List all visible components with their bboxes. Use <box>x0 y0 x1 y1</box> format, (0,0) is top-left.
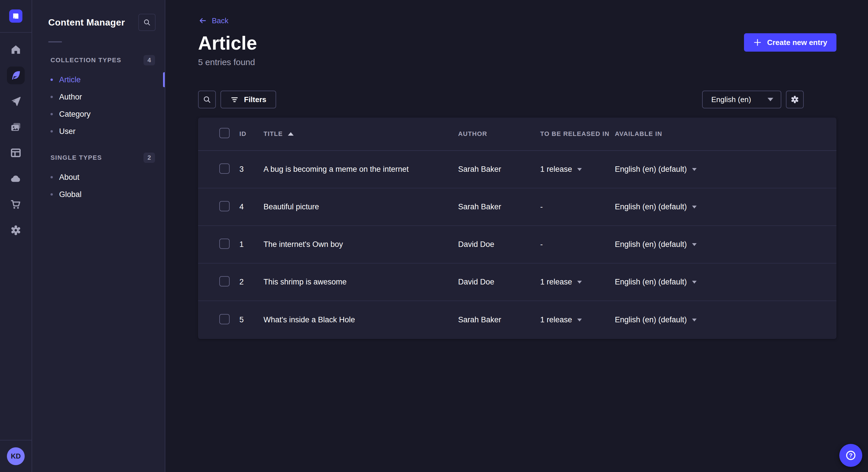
table-row[interactable]: 4 Beautiful picture Sarah Baker - Englis… <box>198 189 836 226</box>
rail-footer: KD <box>0 440 32 472</box>
filters-label: Filters <box>244 95 267 104</box>
select-all-checkbox[interactable] <box>219 128 229 138</box>
entries-count: 5 entries found <box>198 57 255 67</box>
gear-icon[interactable] <box>7 222 25 239</box>
row-checkbox[interactable] <box>219 239 229 249</box>
layout-icon[interactable] <box>7 144 25 162</box>
table-row[interactable]: 1 The internet's Own boy David Doe - Eng… <box>198 226 836 264</box>
bullet-icon <box>51 193 53 196</box>
chevron-down-icon <box>768 98 773 101</box>
sidebar-item-label: Category <box>59 110 91 119</box>
row-checkbox[interactable] <box>219 164 229 174</box>
sidebar-item-label: Global <box>59 190 82 199</box>
row-checkbox[interactable] <box>219 314 229 324</box>
sidebar-item-label: Author <box>59 93 82 102</box>
sidebar-item-global[interactable]: Global <box>32 186 165 203</box>
cell-release[interactable]: 1 release <box>540 278 615 286</box>
sidebar-item-article[interactable]: Article <box>32 71 165 88</box>
cart-icon[interactable] <box>7 196 25 213</box>
gear-icon <box>790 95 799 104</box>
cell-available[interactable]: English (en) (default) <box>615 240 827 249</box>
cell-title: Beautiful picture <box>264 202 458 211</box>
cell-title: What's inside a Black Hole <box>264 315 458 324</box>
sort-asc-icon <box>288 132 293 136</box>
cell-release[interactable]: 1 release <box>540 315 615 324</box>
row-checkbox[interactable] <box>219 201 229 211</box>
cell-available[interactable]: English (en) (default) <box>615 202 827 211</box>
column-header-title[interactable]: TITLE <box>264 130 458 138</box>
search-button[interactable] <box>198 91 216 108</box>
sidebar-item-author[interactable]: Author <box>32 88 165 105</box>
column-header-available[interactable]: AVAILABLE IN <box>615 130 827 138</box>
table-row[interactable]: 3 A bug is becoming a meme on the intern… <box>198 151 836 189</box>
media-images-icon[interactable] <box>7 118 25 136</box>
cell-title: This shrimp is awesome <box>264 278 458 286</box>
feather-icon[interactable] <box>7 67 25 84</box>
table-row[interactable]: 2 This shrimp is awesome David Doe 1 rel… <box>198 264 836 301</box>
sidebar-item-label: User <box>59 127 75 136</box>
user-avatar[interactable]: KD <box>7 447 25 465</box>
cell-author: Sarah Baker <box>458 202 540 211</box>
cell-available[interactable]: English (en) (default) <box>615 165 827 174</box>
bullet-icon <box>51 130 53 133</box>
cell-author: Sarah Baker <box>458 315 540 324</box>
chevron-down-icon <box>692 318 696 322</box>
sidebar-item-about[interactable]: About <box>32 169 165 186</box>
column-header-author[interactable]: AUTHOR <box>458 130 540 138</box>
cell-release: - <box>540 240 615 249</box>
filter-icon <box>230 95 239 104</box>
row-checkbox[interactable] <box>219 276 229 286</box>
bullet-icon <box>51 96 53 98</box>
sidebar-item-label: About <box>59 173 80 182</box>
sidebar-title: Content Manager <box>48 17 125 28</box>
chevron-down-icon <box>692 206 696 208</box>
back-link[interactable]: Back <box>198 16 228 25</box>
question-icon: ? <box>844 449 857 462</box>
chevron-down-icon <box>692 243 696 246</box>
content-manager-sidebar: Content Manager COLLECTION TYPES 4 Artic… <box>32 0 165 472</box>
column-header-release[interactable]: TO BE RELEASED IN <box>540 130 615 138</box>
rail-nav-items <box>7 33 25 239</box>
cell-author: Sarah Baker <box>458 165 540 174</box>
locale-select[interactable]: English (en) <box>702 91 781 108</box>
cell-available[interactable]: English (en) (default) <box>615 278 827 286</box>
cloud-icon[interactable] <box>7 170 25 188</box>
column-header-id[interactable]: ID <box>239 130 264 138</box>
cell-author: David Doe <box>458 240 540 249</box>
cell-id: 5 <box>239 315 264 324</box>
strapi-logo[interactable] <box>9 9 22 23</box>
cell-id: 2 <box>239 278 264 286</box>
filters-button[interactable]: Filters <box>220 91 276 108</box>
sidebar-item-category[interactable]: Category <box>32 105 165 123</box>
cell-release: - <box>540 202 615 211</box>
chevron-down-icon <box>692 168 696 171</box>
create-new-entry-label: Create new entry <box>767 38 827 47</box>
back-label: Back <box>212 16 228 25</box>
help-button[interactable]: ? <box>839 444 862 467</box>
view-settings-button[interactable] <box>786 91 804 108</box>
single-types-count-badge: 2 <box>144 153 155 163</box>
cell-available[interactable]: English (en) (default) <box>615 315 827 324</box>
table-row[interactable]: 5 What's inside a Black Hole Sarah Baker… <box>198 301 836 339</box>
chevron-down-icon <box>577 318 582 322</box>
logo-container <box>0 0 32 33</box>
search-icon <box>203 95 211 104</box>
divider-dash <box>48 41 62 42</box>
table-body: 3 A bug is becoming a meme on the intern… <box>198 151 836 339</box>
chevron-down-icon <box>692 281 696 283</box>
sidebar-item-user[interactable]: User <box>32 123 165 140</box>
cell-author: David Doe <box>458 278 540 286</box>
bullet-icon <box>51 113 53 115</box>
page-title: Article <box>198 32 257 54</box>
paper-plane-icon[interactable] <box>7 92 25 110</box>
cell-title: A bug is becoming a meme on the internet <box>264 165 458 174</box>
single-types-label: SINGLE TYPES <box>51 154 102 162</box>
sidebar-item-label: Article <box>59 75 81 84</box>
table-header-row: ID TITLE AUTHOR TO BE RELEASED IN AVAILA… <box>198 117 836 151</box>
cell-release[interactable]: 1 release <box>540 165 615 174</box>
create-new-entry-button[interactable]: Create new entry <box>744 33 836 52</box>
sidebar-search-button[interactable] <box>138 14 156 31</box>
chevron-down-icon <box>577 281 582 283</box>
bullet-icon <box>51 78 53 81</box>
home-icon[interactable] <box>7 41 25 59</box>
